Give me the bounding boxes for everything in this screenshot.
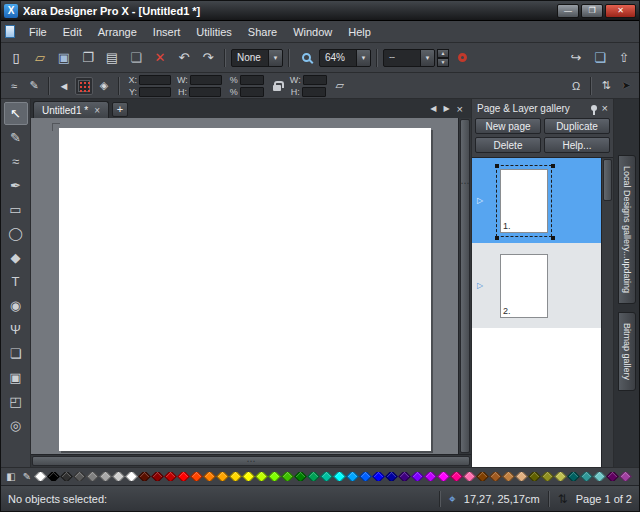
close-button[interactable]: ✕ <box>605 4 636 18</box>
color-swatch[interactable] <box>567 472 580 481</box>
prev-tab-icon[interactable]: ◀ <box>430 104 436 113</box>
color-swatch[interactable] <box>398 472 411 481</box>
menu-item[interactable]: Share <box>240 23 285 41</box>
color-swatch[interactable] <box>372 472 385 481</box>
gallery-button[interactable]: Delete <box>475 137 541 153</box>
contour-tool[interactable]: ◰ <box>4 390 28 413</box>
color-swatch[interactable] <box>125 472 138 481</box>
restore-button[interactable]: ❐ <box>581 4 603 18</box>
document-tab[interactable]: Untitled1 * × <box>33 101 109 118</box>
color-swatch[interactable] <box>47 472 60 481</box>
new-document-icon[interactable]: ▯ <box>5 47 27 69</box>
color-swatch[interactable] <box>177 472 190 481</box>
color-swatch[interactable] <box>333 472 346 481</box>
color-swatch[interactable] <box>138 472 151 481</box>
pen-tool[interactable]: ✒ <box>4 174 28 197</box>
snap-grid-icon[interactable] <box>75 77 93 95</box>
color-swatch[interactable] <box>229 472 242 481</box>
shadow-tool[interactable]: ❏ <box>4 342 28 365</box>
color-swatch[interactable] <box>502 472 515 481</box>
canvas[interactable] <box>31 118 458 454</box>
color-swatch[interactable] <box>515 472 528 481</box>
skew-icon[interactable]: ▱ <box>331 77 349 95</box>
rotation-center-icon[interactable]: ◈ <box>95 77 113 95</box>
curve-smoothing-icon[interactable]: ≈ <box>5 77 23 95</box>
color-swatch[interactable] <box>294 472 307 481</box>
pin-icon[interactable] <box>591 105 597 111</box>
close-document-icon[interactable]: × <box>457 103 463 115</box>
color-swatch[interactable] <box>112 472 125 481</box>
color-swatch[interactable] <box>463 472 476 481</box>
color-swatch[interactable] <box>411 472 424 481</box>
transparency-tool[interactable]: Ψ <box>4 318 28 341</box>
duplicate-icon[interactable]: ❏ <box>125 47 147 69</box>
color-swatch[interactable] <box>554 472 567 481</box>
web-preview-icon[interactable]: ❏ <box>589 47 611 69</box>
flip-icon[interactable]: ⇅ <box>597 77 615 95</box>
scale-height-field[interactable] <box>240 87 264 97</box>
copy-icon[interactable]: ❐ <box>77 47 99 69</box>
fill-tool[interactable]: ◉ <box>4 294 28 317</box>
page-thumbnail[interactable]: 1. <box>500 169 548 233</box>
y-position-field[interactable] <box>139 87 171 97</box>
open-file-icon[interactable]: ▱ <box>29 47 51 69</box>
height-field[interactable] <box>189 87 221 97</box>
vertical-scrollbar[interactable] <box>458 118 471 454</box>
color-swatch[interactable] <box>476 472 489 481</box>
page-flip-icon[interactable]: ⇅ <box>558 492 568 506</box>
width-field[interactable] <box>190 75 222 85</box>
share-icon[interactable]: ⇧ <box>613 47 635 69</box>
new-tab-button[interactable]: + <box>112 102 128 117</box>
vertical-scroll-thumb[interactable] <box>460 119 470 453</box>
color-swatch[interactable] <box>528 472 541 481</box>
color-swatch[interactable] <box>307 472 320 481</box>
shape-editor-tool[interactable]: ≈ <box>4 150 28 173</box>
menu-item[interactable]: Arrange <box>90 23 145 41</box>
next-tab-icon[interactable]: ▶ <box>443 104 449 113</box>
color-swatch[interactable] <box>541 472 554 481</box>
menu-item[interactable]: Insert <box>145 23 189 41</box>
color-swatch[interactable] <box>164 472 177 481</box>
menu-item[interactable]: Utilities <box>188 23 239 41</box>
color-swatch[interactable] <box>34 472 47 481</box>
color-swatch[interactable] <box>320 472 333 481</box>
color-swatch[interactable] <box>73 472 86 481</box>
gallery-button[interactable]: Duplicate <box>544 118 610 134</box>
gallery-button[interactable]: New page <box>475 118 541 134</box>
scale-width-field[interactable] <box>240 75 264 85</box>
selector-tool[interactable]: ↖ <box>4 102 28 125</box>
color-swatch[interactable] <box>606 472 619 481</box>
color-swatch[interactable] <box>593 472 606 481</box>
color-swatch[interactable] <box>203 472 216 481</box>
color-swatch[interactable] <box>437 472 450 481</box>
color-swatch[interactable] <box>86 472 99 481</box>
gallery-button[interactable]: Help... <box>544 137 610 153</box>
text-tool[interactable]: T <box>4 270 28 293</box>
apply-arrow-icon[interactable]: ➤ <box>617 77 635 95</box>
delete-icon[interactable]: ✕ <box>149 47 171 69</box>
menu-item[interactable]: Help <box>340 23 379 41</box>
x-position-field[interactable] <box>139 75 171 85</box>
color-swatch[interactable] <box>450 472 463 481</box>
zoom-tool-icon[interactable] <box>295 47 317 69</box>
red-circle-icon[interactable] <box>451 47 473 69</box>
color-editor-icon[interactable]: ✎ <box>20 470 34 484</box>
palette-options-icon[interactable]: ◧ <box>4 470 18 484</box>
color-swatch[interactable] <box>268 472 281 481</box>
gallery-tab[interactable]: Bitmap gallery <box>618 312 636 391</box>
paste-icon[interactable]: ▤ <box>101 47 123 69</box>
color-swatch[interactable] <box>424 472 437 481</box>
color-swatch[interactable] <box>385 472 398 481</box>
feather-stepper[interactable]: ▲ ▼ <box>437 49 449 67</box>
page-list-item[interactable]: ▷ 2. <box>472 243 601 328</box>
width2-field[interactable] <box>303 75 327 85</box>
tab-close-icon[interactable]: × <box>94 105 100 116</box>
height2-field[interactable] <box>302 87 326 97</box>
color-swatch[interactable] <box>489 472 502 481</box>
color-swatch[interactable] <box>242 472 255 481</box>
horizontal-scroll-thumb[interactable]: ⋯ <box>32 456 470 466</box>
snap-to-objects-icon[interactable]: Ω <box>567 77 585 95</box>
color-swatch[interactable] <box>346 472 359 481</box>
color-swatch[interactable] <box>255 472 268 481</box>
brush-edit-icon[interactable]: ✎ <box>25 77 43 95</box>
